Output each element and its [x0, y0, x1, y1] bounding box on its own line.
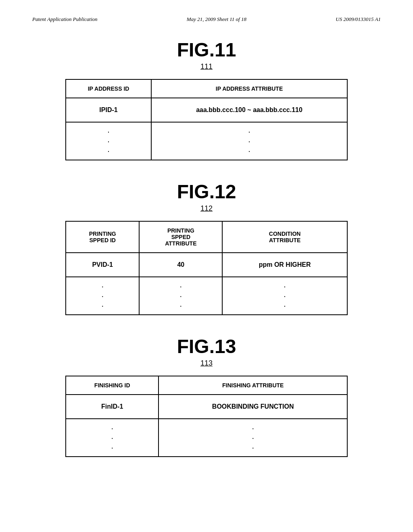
fig12-data-row-1: PVID-1 40 ppm OR HIGHER: [66, 253, 347, 277]
fig13-title: FIG.13: [32, 335, 381, 357]
fig11-table: IP ADDRESS ID IP ADDRESS ATTRIBUTE IPID-…: [65, 79, 348, 160]
fig12-title: FIG.12: [32, 181, 381, 203]
fig12-id-1: PVID-1: [66, 253, 139, 277]
header-left: Patent Application Publication: [32, 16, 98, 23]
fig11-data-row-1: IPID-1 aaa.bbb.ccc.100 ~ aaa.bbb.ccc.110: [66, 98, 347, 122]
fig12-attr-1: 40: [139, 253, 222, 277]
fig13-col-1: FINISHING ID: [66, 376, 159, 395]
fig13-attr-1: BOOKBINDING FUNCTION: [159, 395, 347, 419]
fig11-id-1: IPID-1: [66, 98, 151, 122]
fig13-col-2: FINISHING ATTRIBUTE: [159, 376, 347, 395]
fig12-table: PRINTINGSPPED ID PRINTINGSPPEDATTRIBUTE …: [65, 221, 348, 315]
fig12-dots-id: ···: [66, 277, 139, 315]
fig12-dots-attr: ···: [139, 277, 222, 315]
fig11-header-row: IP ADDRESS ID IP ADDRESS ATTRIBUTE: [66, 79, 347, 98]
figure-12-section: FIG.12 112 PRINTINGSPPED ID PRINTINGSPPE…: [32, 181, 381, 315]
fig11-dots-attr: ···: [151, 122, 347, 160]
fig11-title: FIG.11: [32, 39, 381, 61]
fig12-ref: 112: [32, 204, 381, 213]
header-right: US 2009/0133015 A1: [336, 16, 381, 23]
figure-11-section: FIG.11 111 IP ADDRESS ID IP ADDRESS ATTR…: [32, 39, 381, 160]
fig12-col-3: CONDITIONATTRIBUTE: [222, 221, 347, 253]
fig12-col-1: PRINTINGSPPED ID: [66, 221, 139, 253]
fig12-col-2: PRINTINGSPPEDATTRIBUTE: [139, 221, 222, 253]
fig13-id-1: FinID-1: [66, 395, 159, 419]
fig13-header-row: FINISHING ID FINISHING ATTRIBUTE: [66, 376, 347, 395]
fig13-data-row-1: FinID-1 BOOKBINDING FUNCTION: [66, 395, 347, 419]
fig11-dots-id: ···: [66, 122, 151, 160]
figure-13-section: FIG.13 113 FINISHING ID FINISHING ATTRIB…: [32, 335, 381, 457]
fig11-dots-row: ··· ···: [66, 122, 347, 160]
fig13-ref: 113: [32, 359, 381, 368]
fig11-col-2: IP ADDRESS ATTRIBUTE: [151, 79, 347, 98]
fig12-dots-row: ··· ··· ···: [66, 277, 347, 315]
fig12-dots-cond: ···: [222, 277, 347, 315]
fig13-dots-row: ··· ···: [66, 419, 347, 457]
page: Patent Application Publication May 21, 2…: [0, 0, 413, 532]
fig13-dots-id: ···: [66, 419, 159, 457]
fig11-col-1: IP ADDRESS ID: [66, 79, 151, 98]
fig13-table: FINISHING ID FINISHING ATTRIBUTE FinID-1…: [65, 376, 348, 457]
patent-header: Patent Application Publication May 21, 2…: [32, 16, 381, 23]
fig12-header-row: PRINTINGSPPED ID PRINTINGSPPEDATTRIBUTE …: [66, 221, 347, 253]
fig11-ref: 111: [32, 62, 381, 71]
fig11-attr-1: aaa.bbb.ccc.100 ~ aaa.bbb.ccc.110: [151, 98, 347, 122]
header-middle: May 21, 2009 Sheet 11 of 18: [187, 16, 246, 23]
fig12-cond-1: ppm OR HIGHER: [222, 253, 347, 277]
fig13-dots-attr: ···: [159, 419, 347, 457]
